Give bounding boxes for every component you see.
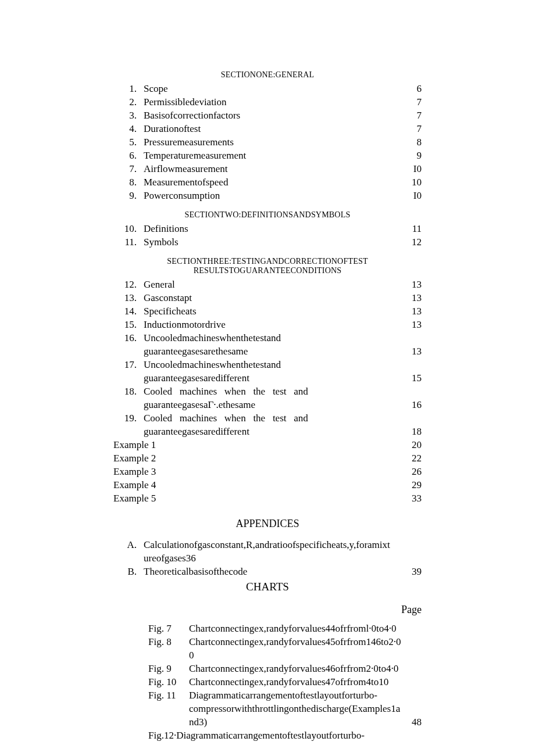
toc-title: Basisofcorrectionfactors: [144, 109, 398, 122]
toc-number: 14.: [113, 304, 144, 318]
document-page: SECTIONONE:GENERAL 1.Scope6 2.Permissibl…: [113, 67, 422, 742]
toc-page: 11: [398, 222, 422, 235]
toc-number: 9.: [113, 189, 144, 202]
figure-title: Diagrammaticarrangementoftestlayoutfortu…: [189, 689, 404, 729]
toc-title: Gasconstapt: [144, 291, 398, 304]
example-row: Example 120: [113, 438, 422, 452]
toc-page: 10: [398, 175, 422, 189]
toc-title: Temperaturemeasurement: [144, 149, 398, 162]
toc-number: 18.: [113, 385, 144, 398]
toc-row: 5.Pressuremeasurements8: [113, 135, 422, 149]
example-title: Example 1: [113, 438, 398, 452]
toc-page: 9: [398, 149, 422, 162]
example-page: 33: [398, 492, 422, 505]
toc-page: 13: [398, 304, 422, 318]
toc-row: 10.Definitions11: [113, 222, 422, 235]
toc-page: 6: [398, 82, 422, 95]
toc-page: 7: [398, 122, 422, 135]
example-row: Example 429: [113, 478, 422, 492]
figure-number: Fig. 9: [148, 662, 189, 675]
example-page: 20: [398, 438, 422, 452]
figure-row: Fig. 11 Diagrammaticarrangementoftestlay…: [148, 689, 422, 729]
figure-title: Chartconnectingex,randyforvalues44ofrfro…: [189, 622, 404, 635]
figure-row: Fig. 10Chartconnectingex,randyforvalues4…: [148, 675, 422, 689]
toc-row: 11.Symbols12: [113, 235, 422, 249]
toc-row: 13.Gasconstapt13: [113, 291, 422, 304]
example-row: Example 222: [113, 452, 422, 465]
appendix-page: 39: [398, 565, 422, 578]
toc-page: 18: [398, 425, 422, 438]
toc-title: Airflowmeasurement: [144, 162, 398, 175]
toc-row: 9.PowerconsumptionI0: [113, 189, 422, 202]
example-page: 26: [398, 465, 422, 478]
example-page: 22: [398, 452, 422, 465]
toc-page: I0: [398, 189, 422, 202]
toc-number: 1.: [113, 82, 144, 95]
toc-row: 7.AirflowmeasurementI0: [113, 162, 422, 175]
example-title: Example 5: [113, 492, 398, 505]
toc-title-line1: Cooled machines when the test and: [144, 386, 308, 397]
appendix-letter: A.: [113, 538, 144, 551]
toc-row: 2.Permissibledeviation7: [113, 95, 422, 109]
section-three-list: 12.General13 13.Gasconstapt13 14.Specifi…: [113, 278, 422, 438]
toc-page: 7: [398, 95, 422, 109]
toc-row: 3.Basisofcorrectionfactors7: [113, 109, 422, 122]
example-page: 29: [398, 478, 422, 492]
toc-title-line1: Uncooledmachineswhenthetestand: [144, 359, 281, 370]
figure-title: Chartconnectingex,randyforvalues46ofrfro…: [189, 662, 404, 675]
toc-row: 1.Scope6: [113, 82, 422, 95]
figure-row: Fig. 8Chartconnectingex,randyforvalues45…: [148, 635, 422, 662]
appendices-list: A. Calculationofgasconstant,R,andratioof…: [113, 538, 422, 578]
toc-title: General: [144, 278, 398, 291]
figure-row: Fig. 9Chartconnectingex,randyforvalues46…: [148, 662, 422, 675]
toc-page: I0: [398, 162, 422, 175]
appendices-heading: APPENDICES: [113, 518, 422, 530]
toc-title: Definitions: [144, 222, 398, 235]
toc-title: Uncooledmachineswhenthetestandguaranteeg…: [144, 358, 398, 385]
figure-title-line1: Diagrammaticarrangementoftestlayoutfortu…: [189, 690, 377, 701]
toc-title-line2: guaranteegasesarethesame: [144, 345, 394, 358]
toc-title-line1: Uncooledmachineswhenthetestand: [144, 332, 281, 343]
toc-title: Uncooledmachineswhenthetestandguaranteeg…: [144, 331, 398, 358]
figure-page: 48: [404, 715, 422, 729]
figure-number: Fig. 8: [148, 635, 189, 648]
figure-number: Fig. 11: [148, 689, 189, 702]
toc-number: 11.: [113, 235, 144, 249]
toc-page: 13: [398, 291, 422, 304]
toc-title: Cooled machines when the test andguarant…: [144, 411, 398, 438]
page-column-label: Page: [113, 604, 422, 616]
toc-page: 8: [398, 135, 422, 149]
example-row: Example 533: [113, 492, 422, 505]
toc-number: 10.: [113, 222, 144, 235]
section-two-heading: SECTIONTWO:DEFINITIONSANDSYMBOLS: [113, 210, 422, 220]
toc-number: 16.: [113, 331, 144, 345]
figure-title-line2: compressorwiththrottlingonthedischarge(E…: [189, 702, 404, 729]
toc-row: 16. Uncooledmachineswhenthetestandguaran…: [113, 331, 422, 358]
example-title: Example 4: [113, 478, 398, 492]
toc-title: Permissibledeviation: [144, 95, 398, 109]
toc-title-line2: guaranteegasesaredifferent: [144, 371, 394, 385]
toc-number: 12.: [113, 278, 144, 291]
toc-row: 15.Inductionmotordrive13: [113, 318, 422, 331]
toc-page: 7: [398, 109, 422, 122]
figures-list: Fig. 7Chartconnectingex,randyforvalues44…: [148, 622, 422, 729]
section-three-heading-line1: SECTIONTHREE:TESTINGANDCORRECTIONOFTEST: [113, 257, 422, 266]
toc-number: 13.: [113, 291, 144, 304]
toc-title: Cooled machines when the test andguarant…: [144, 385, 398, 411]
examples-list: Example 120 Example 222 Example 326 Exam…: [113, 438, 422, 505]
toc-title-line2: guaranteegasesaГ·.ethesame: [144, 398, 394, 411]
toc-number: 15.: [113, 318, 144, 331]
example-title: Example 3: [113, 465, 398, 478]
toc-number: 5.: [113, 135, 144, 149]
toc-number: 3.: [113, 109, 144, 122]
charts-heading: CHARTS: [113, 581, 422, 593]
section-one-list: 1.Scope6 2.Permissibledeviation7 3.Basis…: [113, 82, 422, 202]
toc-title: Durationoftest: [144, 122, 398, 135]
toc-page: 13: [398, 278, 422, 291]
appendix-row: A. Calculationofgasconstant,R,andratioof…: [113, 538, 422, 565]
toc-title: Measurementofspeed: [144, 175, 398, 189]
toc-title: Symbols: [144, 235, 398, 249]
appendix-row: B. Theoreticalbasisofthecode 39: [113, 565, 422, 578]
toc-title-line1: Cooled machines when the test and: [144, 413, 308, 424]
appendix-letter: B.: [113, 565, 144, 578]
